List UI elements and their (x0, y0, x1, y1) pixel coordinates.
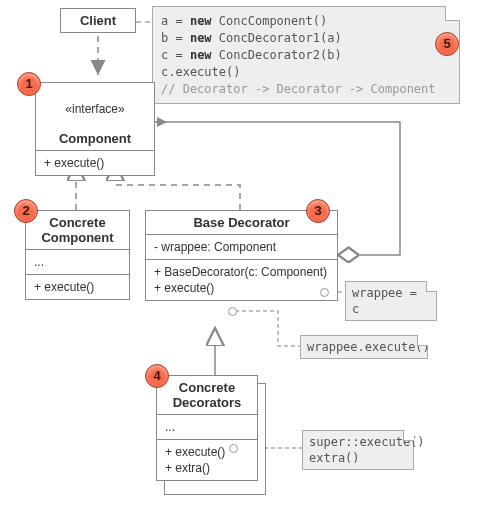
class-concrete-decorators-title: Concrete Decorators (157, 376, 257, 415)
class-base-decorator: Base Decorator - wrappee: Component + Ba… (145, 210, 338, 301)
class-concrete-component: Concrete Component ... + execute() (25, 210, 130, 300)
class-concrete-component-title: Concrete Component (26, 211, 129, 250)
field-wrappee: - wrappee: Component (146, 235, 337, 260)
note-execute-body: wrappee.execute() (300, 335, 428, 359)
op-execute: + execute() (157, 440, 257, 460)
op-execute: + execute() (146, 280, 337, 300)
class-client-title: Client (61, 9, 135, 32)
op-execute: + execute() (36, 151, 154, 175)
class-client: Client (60, 8, 136, 33)
port-icon (229, 444, 238, 453)
op-extra: + extra() (157, 460, 257, 480)
note-client-code: a = new ConcComponent() b = new ConcDeco… (152, 6, 460, 104)
class-component-title: Component (59, 131, 131, 146)
note-concrete-exec-body: super::execute() extra() (302, 430, 414, 470)
badge-4: 4 (145, 364, 169, 388)
badge-3: 3 (306, 199, 330, 223)
note-ctor-body: wrappee = c (345, 281, 437, 321)
ctor-base-decorator: + BaseDecorator(c: Component) (146, 260, 337, 280)
op-execute: + execute() (26, 275, 129, 299)
port-icon (320, 288, 329, 297)
badge-5: 5 (435, 32, 459, 56)
class-component: «interface» Component + execute() (35, 82, 155, 176)
badge-1: 1 (17, 72, 41, 96)
badge-2: 2 (14, 199, 38, 223)
stereotype-label: «interface» (42, 102, 148, 116)
port-icon (228, 307, 237, 316)
class-concrete-decorators: Concrete Decorators ... + execute() + ex… (156, 375, 258, 481)
